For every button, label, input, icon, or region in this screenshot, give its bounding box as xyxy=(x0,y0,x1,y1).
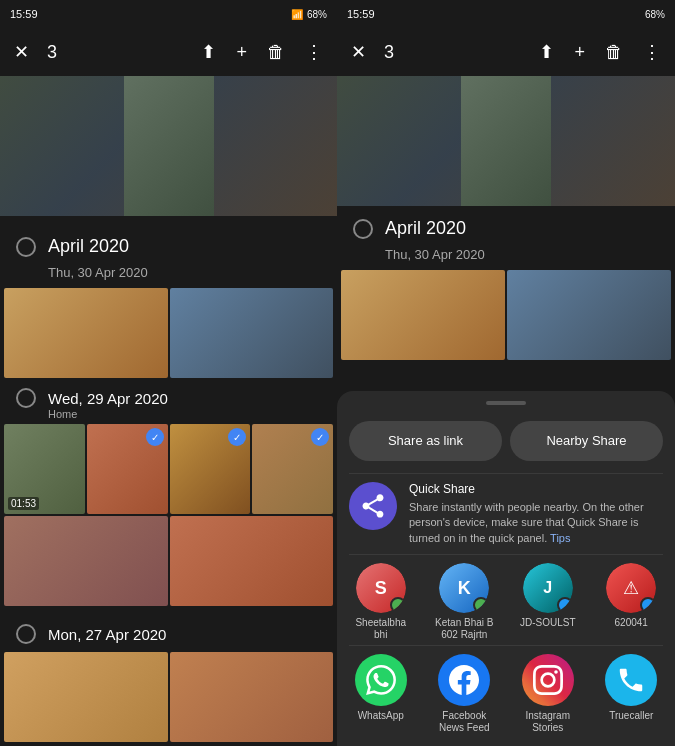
truecaller-svg xyxy=(616,665,646,695)
photo-cell[interactable] xyxy=(170,652,334,742)
whatsapp-label: WhatsApp xyxy=(358,710,404,722)
instagram-svg xyxy=(533,665,563,695)
app-item-facebook[interactable]: FacebookNews Feed xyxy=(425,654,505,734)
status-icons-right: 68% xyxy=(645,9,665,20)
date-wed-title-left: Wed, 29 Apr 2020 xyxy=(48,390,168,407)
delete-icon-left[interactable]: 🗑 xyxy=(261,36,291,69)
photo-cell[interactable]: ✓ xyxy=(87,424,168,514)
photo-grid-mon-left xyxy=(0,652,337,742)
whatsapp-svg xyxy=(366,665,396,695)
date-thu-30-left: Thu, 30 Apr 2020 xyxy=(0,265,337,288)
truecaller-icon xyxy=(605,654,657,706)
facebook-label: FacebookNews Feed xyxy=(439,710,490,734)
messages-badge-3 xyxy=(557,597,573,613)
selection-count-left: 3 xyxy=(47,42,183,63)
status-bar-left: 15:59 📶 68% xyxy=(0,0,337,28)
network-icon: 📶 xyxy=(291,9,303,20)
sheet-handle xyxy=(486,401,526,405)
section-circle-left xyxy=(16,237,36,257)
facebook-svg xyxy=(449,665,479,695)
photo-cell[interactable] xyxy=(4,652,168,742)
contact-name-2: Ketan Bhai B602 Rajrtn xyxy=(435,617,493,641)
photo-cell[interactable]: ✓ xyxy=(252,424,333,514)
photo-cell-right[interactable] xyxy=(341,270,505,360)
contact-item-4[interactable]: ⚠ 620041 xyxy=(592,563,672,641)
apps-row: WhatsApp FacebookNews Feed Instagram xyxy=(337,646,675,746)
whatsapp-badge-2 xyxy=(473,597,489,613)
app-item-truecaller[interactable]: Truecaller xyxy=(592,654,672,734)
contact-avatar-2: K xyxy=(439,563,489,613)
contact-avatar-3: J xyxy=(523,563,573,613)
share-icon-left[interactable]: ⬆ xyxy=(195,35,222,69)
selection-count-right: 3 xyxy=(384,42,521,63)
instagram-icon xyxy=(522,654,574,706)
top-bar-right: ✕ 3 ⬆ + 🗑 ⋮ xyxy=(337,28,675,76)
contact-item-3[interactable]: J JD-SOULST xyxy=(508,563,588,641)
quick-share-desc: Share instantly with people nearby. On t… xyxy=(409,500,663,546)
time-right: 15:59 xyxy=(347,8,375,20)
date-mon-title-left: Mon, 27 Apr 2020 xyxy=(48,626,166,643)
contact-name-3: JD-SOULST xyxy=(520,617,576,629)
video-badge: 01:53 xyxy=(8,497,39,510)
tips-link[interactable]: Tips xyxy=(550,532,570,544)
contact-avatar-1: S xyxy=(356,563,406,613)
battery-right: 68% xyxy=(645,9,665,20)
photo-grid-wed-left: 01:53 ✓ ✓ ✓ xyxy=(0,424,337,514)
right-panel: 15:59 68% ✕ 3 ⬆ + 🗑 ⋮ April 2020 Thu, 30… xyxy=(337,0,675,746)
date-wed-29-left: Wed, 29 Apr 2020 xyxy=(0,380,337,408)
photo-cell[interactable] xyxy=(4,288,168,378)
share-icon-right[interactable]: ⬆ xyxy=(533,35,560,69)
main-photo-right xyxy=(337,76,675,206)
messages-badge-4 xyxy=(640,597,656,613)
contacts-row: S Sheetalbhabhi K Ketan Bhai B602 Rajrtn… xyxy=(337,555,675,645)
share-buttons-row: Share as link Nearby Share xyxy=(337,413,675,473)
facebook-icon xyxy=(438,654,490,706)
section-april-2020-right: April 2020 xyxy=(337,206,675,247)
quick-share-text: Quick Share Share instantly with people … xyxy=(409,482,663,546)
contact-item-2[interactable]: K Ketan Bhai B602 Rajrtn xyxy=(425,563,505,641)
photo-grid-thu-right xyxy=(337,270,675,360)
section-circle-right xyxy=(353,219,373,239)
section-circle-mon xyxy=(16,624,36,644)
photo-cell[interactable] xyxy=(170,516,334,606)
top-bar-actions-right: ⬆ + 🗑 ⋮ xyxy=(533,35,667,69)
contact-name-1: Sheetalbhabhi xyxy=(355,617,406,641)
check-badge: ✓ xyxy=(311,428,329,446)
more-icon-right[interactable]: ⋮ xyxy=(637,35,667,69)
check-badge: ✓ xyxy=(228,428,246,446)
contact-item-1[interactable]: S Sheetalbhabhi xyxy=(341,563,421,641)
top-bar-left: ✕ 3 ⬆ + 🗑 ⋮ xyxy=(0,28,337,76)
share-sheet: Share as link Nearby Share Quick Share S… xyxy=(337,391,675,746)
photo-cell[interactable]: 01:53 xyxy=(4,424,85,514)
photo-cell[interactable]: ✓ xyxy=(170,424,251,514)
contact-name-4: 620041 xyxy=(615,617,648,629)
photo-cell[interactable] xyxy=(170,288,334,378)
quick-share-svg xyxy=(359,492,387,520)
quick-share-section: Quick Share Share instantly with people … xyxy=(337,474,675,554)
photo-cell[interactable] xyxy=(4,516,168,606)
whatsapp-icon xyxy=(355,654,407,706)
section-title-april-left: April 2020 xyxy=(48,236,129,257)
section-april-2020-left: April 2020 xyxy=(0,224,337,265)
app-item-instagram[interactable]: InstagramStories xyxy=(508,654,588,734)
nearby-share-button[interactable]: Nearby Share xyxy=(510,421,663,461)
battery-left: 68% xyxy=(307,9,327,20)
date-thu-30-right: Thu, 30 Apr 2020 xyxy=(337,247,675,270)
instagram-label: InstagramStories xyxy=(526,710,570,734)
left-panel: 15:59 📶 68% ✕ 3 ⬆ + 🗑 ⋮ April 2020 Thu, … xyxy=(0,0,337,746)
gallery-scroll-left[interactable]: April 2020 Thu, 30 Apr 2020 Wed, 29 Apr … xyxy=(0,216,337,746)
delete-icon-right[interactable]: 🗑 xyxy=(599,36,629,69)
truecaller-label: Truecaller xyxy=(609,710,653,722)
contact-avatar-4: ⚠ xyxy=(606,563,656,613)
add-icon-left[interactable]: + xyxy=(230,36,253,69)
more-icon-left[interactable]: ⋮ xyxy=(299,35,329,69)
close-button-right[interactable]: ✕ xyxy=(345,35,372,69)
status-bar-right: 15:59 68% xyxy=(337,0,675,28)
share-as-link-button[interactable]: Share as link xyxy=(349,421,502,461)
photo-cell-right[interactable] xyxy=(507,270,671,360)
add-icon-right[interactable]: + xyxy=(568,36,591,69)
app-item-whatsapp[interactable]: WhatsApp xyxy=(341,654,421,734)
close-button-left[interactable]: ✕ xyxy=(8,35,35,69)
quick-share-icon xyxy=(349,482,397,530)
time-left: 15:59 xyxy=(10,8,38,20)
